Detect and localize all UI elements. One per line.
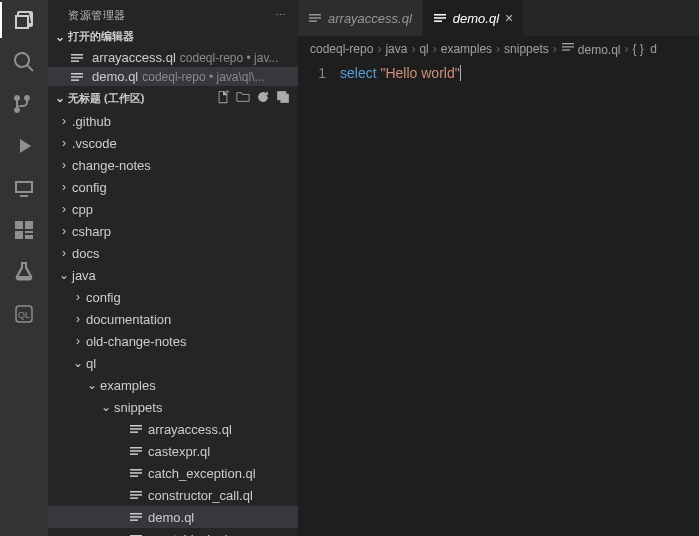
ql-file-icon [128,466,144,480]
chevron-icon: › [56,224,72,238]
explorer-icon[interactable] [12,8,36,32]
activity-bar: QL [0,0,48,536]
tree-folder[interactable]: ›csharp [48,220,298,242]
line-number: 1 [298,65,326,81]
svg-rect-20 [130,497,138,499]
tree-folder[interactable]: ›config [48,176,298,198]
run-debug-icon[interactable] [12,134,36,158]
svg-rect-23 [130,519,138,521]
open-editor-item[interactable]: arrayaccess.ql codeql-repo • jav... [48,48,298,67]
breadcrumb-item[interactable]: demo.ql [561,40,621,57]
new-file-icon[interactable] [216,90,230,106]
tree-folder[interactable]: ⌄examples [48,374,298,396]
code-line[interactable]: select "Hello world" [340,61,461,536]
svg-rect-19 [130,494,142,496]
chevron-icon: › [56,180,72,194]
tab-arrayaccess[interactable]: arrayaccess.ql [298,0,423,36]
svg-rect-32 [434,20,442,22]
tree-folder[interactable]: ⌄ql [48,352,298,374]
tree-folder[interactable]: ›.github [48,110,298,132]
breadcrumb-sep: › [377,42,381,56]
tree-label: catch_exception.ql [148,466,256,481]
workspace-header[interactable]: ⌄ 无标题 (工作区) [48,88,298,108]
svg-rect-18 [130,491,142,493]
open-editors-label: 打开的编辑器 [68,29,134,44]
open-editor-name: demo.ql [92,69,138,84]
sidebar-title-bar: 资源管理器 ⋯ [48,0,298,27]
tree-label: cpp [72,202,93,217]
symbol-icon: { } [633,42,644,56]
tree-label: config [72,180,107,195]
svg-rect-16 [130,472,142,474]
breadcrumb-item[interactable]: ql [419,42,428,56]
tree-folder[interactable]: ›cpp [48,198,298,220]
tree-folder[interactable]: ›.vscode [48,132,298,154]
breadcrumb-item[interactable]: codeql-repo [310,42,373,56]
breadcrumb-sep: › [433,42,437,56]
sidebar-more-icon[interactable]: ⋯ [275,9,287,22]
file-tree: ›.github›.vscode›change-notes›config›cpp… [48,108,298,536]
open-editor-name: arrayaccess.ql [92,50,176,65]
tree-label: docs [72,246,99,261]
breadcrumb-sep: › [625,42,629,56]
svg-rect-29 [309,20,317,22]
open-editors-header[interactable]: ⌄ 打开的编辑器 [48,27,298,46]
tree-folder[interactable]: ⌄snippets [48,396,298,418]
open-editor-path: codeql-repo • jav... [180,51,279,65]
svg-rect-31 [434,17,446,19]
svg-rect-4 [71,60,79,62]
testing-icon[interactable] [12,260,36,284]
svg-rect-30 [434,14,446,16]
ql-file-icon [128,532,144,536]
tree-label: documentation [86,312,171,327]
ql-file-icon [128,444,144,458]
tree-file[interactable]: demo.ql [48,506,298,528]
string-token: "Hello world" [380,65,460,81]
tree-label: .vscode [72,136,117,151]
remote-icon[interactable] [12,176,36,200]
tree-file[interactable]: arrayaccess.ql [48,418,298,440]
ql-file-icon [433,11,447,25]
close-icon[interactable]: × [505,10,513,26]
tree-folder[interactable]: ›docs [48,242,298,264]
tree-label: emptyblock.ql [148,532,227,537]
svg-text:QL: QL [18,310,30,320]
breadcrumb-item[interactable]: snippets [504,42,549,56]
breadcrumb-item[interactable]: examples [441,42,492,56]
refresh-icon[interactable] [256,90,270,106]
tab-label: arrayaccess.ql [328,11,412,26]
tree-file[interactable]: castexpr.ql [48,440,298,462]
tree-file[interactable]: emptyblock.ql [48,528,298,536]
keyword-token: select [340,65,377,81]
breadcrumb-sep: › [411,42,415,56]
tree-folder[interactable]: ›config [48,286,298,308]
tree-folder[interactable]: ›documentation [48,308,298,330]
chevron-icon: ⌄ [56,268,72,282]
tree-file[interactable]: catch_exception.ql [48,462,298,484]
breadcrumb-item[interactable]: { } d [633,42,657,56]
tree-label: examples [100,378,156,393]
collapse-all-icon[interactable] [276,90,290,106]
new-folder-icon[interactable] [236,90,250,106]
svg-rect-3 [71,57,83,59]
source-control-icon[interactable] [12,92,36,116]
breadcrumbs: codeql-repo› java› ql› examples› snippet… [298,36,699,61]
workspace-label: 无标题 (工作区) [68,91,144,106]
tree-file[interactable]: constructor_call.ql [48,484,298,506]
tree-folder[interactable]: ›old-change-notes [48,330,298,352]
open-editor-item[interactable]: demo.ql codeql-repo • java\ql\... [48,67,298,86]
tab-demo[interactable]: demo.ql × [423,0,524,36]
tree-label: change-notes [72,158,151,173]
ql-file-icon [70,70,84,84]
codeql-icon[interactable]: QL [12,302,36,326]
ql-file-icon [70,51,84,65]
tree-folder[interactable]: ⌄java [48,264,298,286]
tree-folder[interactable]: ›change-notes [48,154,298,176]
tree-label: .github [72,114,111,129]
extensions-icon[interactable] [12,218,36,242]
ql-file-icon [561,40,575,54]
breadcrumb-item[interactable]: java [385,42,407,56]
svg-rect-35 [562,49,570,50]
search-icon[interactable] [12,50,36,74]
code-editor[interactable]: 1 select "Hello world" [298,61,699,536]
